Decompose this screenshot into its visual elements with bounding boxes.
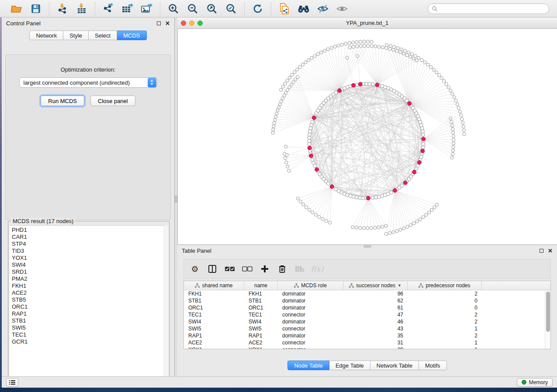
network-satellite-node[interactable] — [348, 41, 351, 45]
network-satellite-node[interactable] — [281, 85, 284, 88]
network-satellite-node[interactable] — [415, 59, 418, 62]
network-node[interactable] — [374, 196, 377, 199]
table-row[interactable]: FKH1FKH1dominator962 — [184, 290, 550, 297]
run-mcds-button[interactable]: Run MCDS — [41, 96, 84, 106]
network-satellite-node[interactable] — [356, 55, 359, 58]
network-satellite-node[interactable] — [284, 145, 287, 148]
network-satellite-node[interactable] — [370, 45, 373, 48]
table-cell[interactable]: 31 — [343, 340, 408, 346]
network-satellite-node[interactable] — [316, 52, 319, 55]
table-cell[interactable]: 0 — [408, 298, 482, 304]
network-node[interactable] — [371, 196, 374, 199]
table-row[interactable]: STB1STB1dominator620 — [184, 297, 550, 304]
network-satellite-node[interactable] — [313, 55, 316, 58]
network-dominator-node[interactable] — [367, 196, 370, 200]
table-cell[interactable]: SWI4 — [244, 319, 278, 325]
export-network-button[interactable] — [100, 2, 116, 16]
mcds-result-item[interactable]: TID3 — [12, 248, 168, 254]
table-scrollbar[interactable] — [545, 290, 550, 349]
network-satellite-node[interactable] — [280, 88, 283, 91]
close-table-panel-icon[interactable]: ✕ — [548, 248, 553, 254]
network-satellite-node[interactable] — [393, 45, 396, 48]
table-cell[interactable]: 46 — [343, 319, 408, 325]
network-dominator-node[interactable] — [417, 161, 421, 165]
network-satellite-node[interactable] — [412, 57, 415, 60]
network-satellite-node[interactable] — [460, 113, 463, 117]
network-satellite-node[interactable] — [321, 217, 324, 220]
mcds-result-item[interactable]: GCR1 — [12, 338, 168, 345]
network-satellite-node[interactable] — [385, 44, 388, 47]
delete-rows-button[interactable] — [277, 263, 288, 275]
table-cell[interactable]: 29 — [343, 347, 408, 349]
network-satellite-node[interactable] — [283, 152, 286, 155]
table-cell[interactable]: TEC1 — [244, 312, 278, 318]
network-satellite-node[interactable] — [381, 46, 384, 49]
network-satellite-node[interactable] — [301, 63, 304, 66]
table-cell[interactable]: 2 — [408, 333, 482, 339]
network-titlebar[interactable]: YPA_prune.txt_1 — [177, 17, 557, 29]
network-satellite-node[interactable] — [273, 118, 277, 121]
network-satellite-node[interactable] — [355, 226, 358, 229]
table-cell[interactable]: connector — [278, 326, 343, 332]
network-satellite-node[interactable] — [275, 112, 278, 115]
network-node[interactable] — [313, 164, 317, 168]
network-satellite-node[interactable] — [318, 215, 321, 218]
network-node[interactable] — [308, 142, 311, 146]
table-cell[interactable]: YOX1 — [184, 347, 244, 349]
network-satellite-node[interactable] — [323, 49, 326, 52]
network-satellite-node[interactable] — [304, 206, 308, 209]
network-satellite-node[interactable] — [395, 230, 398, 233]
table-panel-grip[interactable] — [363, 245, 371, 248]
network-satellite-node[interactable] — [370, 40, 373, 43]
show-columns-button[interactable] — [207, 263, 218, 275]
network-node[interactable] — [308, 139, 311, 143]
network-satellite-node[interactable] — [419, 218, 422, 221]
network-satellite-node[interactable] — [377, 45, 381, 48]
float-table-panel-icon[interactable] — [540, 249, 543, 253]
network-satellite-node[interactable] — [435, 71, 438, 74]
network-dominator-node[interactable] — [330, 185, 334, 189]
network-satellite-node[interactable] — [325, 219, 328, 222]
mcds-result-item[interactable]: CAR1 — [12, 234, 168, 241]
import-table-button[interactable] — [74, 2, 90, 16]
network-satellite-node[interactable] — [451, 149, 454, 152]
network-node[interactable] — [416, 164, 419, 168]
table-cell[interactable]: 43 — [343, 326, 408, 332]
network-satellite-node[interactable] — [355, 41, 358, 44]
network-satellite-node[interactable] — [293, 71, 296, 74]
network-dominator-node[interactable] — [393, 189, 397, 193]
close-panel-button[interactable]: Close panel — [90, 96, 135, 106]
mcds-result-item[interactable]: YOX1 — [12, 254, 168, 261]
table-cell[interactable]: 1 — [408, 326, 482, 332]
network-satellite-node[interactable] — [356, 45, 359, 48]
table-cell[interactable]: STB1 — [244, 298, 278, 304]
table-cell[interactable]: SWI5 — [244, 326, 278, 332]
add-row-button[interactable] — [259, 263, 270, 275]
mcds-result-item[interactable]: PHD1 — [12, 227, 168, 234]
zoom-fit-button[interactable] — [204, 2, 220, 16]
mcds-result-item[interactable]: SWI5 — [12, 324, 168, 331]
table-cell[interactable]: connector — [278, 312, 343, 318]
network-dominator-node[interactable] — [403, 181, 407, 185]
network-satellite-node[interactable] — [460, 117, 464, 120]
network-satellite-node[interactable] — [286, 79, 289, 82]
network-satellite-node[interactable] — [273, 121, 276, 124]
network-satellite-node[interactable] — [388, 47, 391, 50]
tab-node-table[interactable]: Node Table — [287, 361, 329, 370]
tab-motifs[interactable]: Motifs — [419, 361, 447, 370]
network-satellite-node[interactable] — [284, 91, 287, 94]
network-node[interactable] — [371, 83, 374, 86]
network-satellite-node[interactable] — [423, 61, 426, 64]
mcds-result-item[interactable]: RAP1 — [12, 310, 168, 317]
zoom-out-button[interactable] — [185, 2, 201, 16]
delete-table-button[interactable] — [294, 263, 305, 275]
table-row[interactable]: SWI4SWI4dominator462 — [184, 318, 550, 325]
network-satellite-node[interactable] — [311, 211, 314, 214]
network-dominator-node[interactable] — [352, 83, 356, 87]
table-cell[interactable]: 2 — [408, 312, 482, 318]
network-satellite-node[interactable] — [287, 169, 291, 172]
network-dominator-node[interactable] — [422, 137, 426, 141]
network-satellite-node[interactable] — [415, 220, 419, 223]
hide-selected-button[interactable] — [315, 2, 331, 16]
table-cell[interactable]: 47 — [343, 312, 408, 318]
